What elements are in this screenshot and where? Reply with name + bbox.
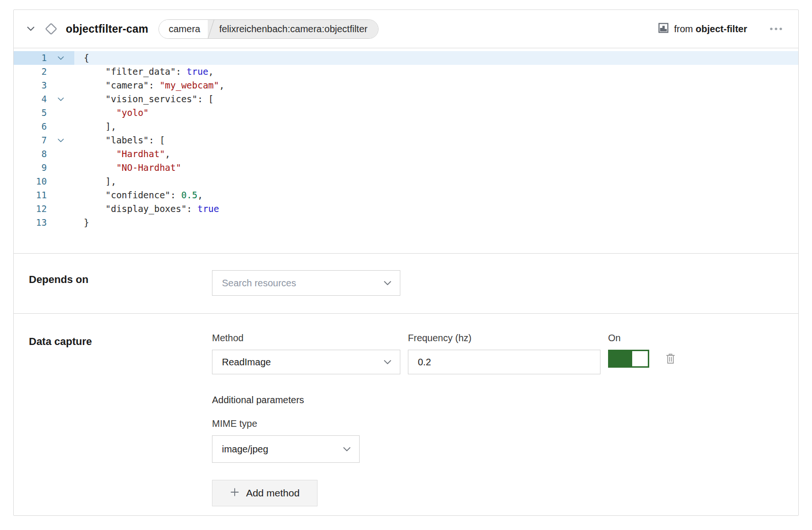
frequency-input[interactable]: 0.2 <box>408 350 600 374</box>
code-line[interactable]: } <box>74 216 798 230</box>
method-select[interactable]: ReadImage <box>212 350 400 374</box>
collapse-chevron-icon[interactable] <box>27 26 41 31</box>
editor-gutter: 13 <box>14 216 74 230</box>
add-method-button[interactable]: Add method <box>212 480 318 506</box>
editor-gutter: 9 <box>14 161 74 175</box>
component-card: objectfilter-cam camera felixreichenbach… <box>13 9 799 516</box>
fold-chevron-icon <box>47 202 74 216</box>
editor-gutter: 8 <box>14 147 74 161</box>
delete-method-trash-icon[interactable] <box>665 352 676 365</box>
mime-type-value: image/jpeg <box>222 444 268 455</box>
search-resources-placeholder: Search resources <box>222 278 296 289</box>
line-number: 13 <box>14 216 47 230</box>
editor-gutter: 6 <box>14 120 74 133</box>
mime-type-select[interactable]: image/jpeg <box>212 435 360 463</box>
code-line[interactable]: { <box>74 51 798 65</box>
fold-chevron-icon <box>47 188 74 202</box>
fold-chevron-icon <box>47 216 74 230</box>
badge-separator <box>208 20 214 38</box>
additional-parameters-label: Additional parameters <box>212 395 798 406</box>
line-number: 4 <box>14 92 47 106</box>
code-line[interactable]: "yolo" <box>74 106 798 120</box>
line-number: 8 <box>14 147 47 161</box>
badge-model-segment: felixreichenbach:camera:objectfilter <box>214 20 378 38</box>
chevron-down-icon <box>384 281 391 285</box>
data-capture-section: Data capture Method ReadImage Frequency … <box>14 314 798 515</box>
editor-gutter: 1 <box>14 51 74 65</box>
fold-chevron-icon <box>47 175 74 188</box>
capture-toggle-group: On <box>608 333 676 374</box>
editor-gutter: 11 <box>14 188 74 202</box>
toggle-label: On <box>608 333 676 344</box>
code-line[interactable]: "Hardhat", <box>74 147 798 161</box>
editor-gutter: 4 <box>14 92 74 106</box>
line-number: 5 <box>14 106 47 120</box>
line-number: 10 <box>14 175 47 188</box>
line-number: 6 <box>14 120 47 133</box>
fold-chevron-icon <box>47 79 74 92</box>
fold-chevron-icon <box>47 161 74 175</box>
fold-chevron-icon[interactable] <box>47 51 74 65</box>
code-line[interactable]: ], <box>74 120 798 133</box>
fold-chevron-icon <box>47 65 74 79</box>
frequency-group: Frequency (hz) 0.2 <box>408 333 600 374</box>
component-name-title: objectfilter-cam <box>66 23 148 35</box>
editor-line[interactable]: 9 "NO-Hardhat" <box>14 161 798 175</box>
code-line[interactable]: "confidence": 0.5, <box>74 188 798 202</box>
code-line[interactable]: "labels": [ <box>74 133 798 147</box>
data-capture-body: Method ReadImage Frequency (hz) 0.2 <box>212 314 798 515</box>
depends-on-heading: Depends on <box>29 254 212 313</box>
component-header: objectfilter-cam camera felixreichenbach… <box>14 10 798 48</box>
fold-chevron-icon <box>47 147 74 161</box>
toggle-knob <box>632 351 648 366</box>
header-right: from object-filter <box>658 23 785 35</box>
code-line[interactable]: "camera": "my_webcam", <box>74 79 798 92</box>
line-number: 2 <box>14 65 47 79</box>
editor-gutter: 3 <box>14 79 74 92</box>
editor-line[interactable]: 4 "vision_services": [ <box>14 92 798 106</box>
header-left: objectfilter-cam camera felixreichenbach… <box>27 19 379 39</box>
editor-line[interactable]: 1{ <box>14 51 798 65</box>
editor-line[interactable]: 11 "confidence": 0.5, <box>14 188 798 202</box>
editor-gutter: 5 <box>14 106 74 120</box>
data-capture-heading: Data capture <box>29 314 212 515</box>
chevron-down-icon <box>343 447 351 451</box>
editor-line[interactable]: 12 "display_boxes": true <box>14 202 798 216</box>
editor-line[interactable]: 8 "Hardhat", <box>14 147 798 161</box>
fold-chevron-icon <box>47 120 74 133</box>
capture-on-toggle[interactable] <box>608 350 649 368</box>
editor-gutter: 2 <box>14 65 74 79</box>
ellipsis-menu-icon[interactable] <box>767 24 785 34</box>
code-line[interactable]: "filter_data": true, <box>74 65 798 79</box>
editor-gutter: 10 <box>14 175 74 188</box>
fold-chevron-icon[interactable] <box>47 92 74 106</box>
editor-line[interactable]: 6 ], <box>14 120 798 133</box>
code-line[interactable]: "NO-Hardhat" <box>74 161 798 175</box>
method-group: Method ReadImage <box>212 333 400 374</box>
editor-line[interactable]: 10 ], <box>14 175 798 188</box>
camera-component-icon <box>44 22 58 36</box>
code-line[interactable]: "display_boxes": true <box>74 202 798 216</box>
chevron-down-icon <box>384 360 391 364</box>
editor-line[interactable]: 7 "labels": [ <box>14 133 798 147</box>
fold-chevron-icon <box>47 106 74 120</box>
line-number: 11 <box>14 188 47 202</box>
search-resources-select[interactable]: Search resources <box>212 270 400 296</box>
json-config-editor[interactable]: 1{2 "filter_data": true,3 "camera": "my_… <box>14 48 798 254</box>
depends-on-body: Search resources <box>212 254 798 313</box>
badge-type-segment: camera <box>159 20 208 38</box>
line-number: 3 <box>14 79 47 92</box>
line-number: 12 <box>14 202 47 216</box>
line-number: 9 <box>14 161 47 175</box>
editor-line[interactable]: 2 "filter_data": true, <box>14 65 798 79</box>
editor-gutter: 12 <box>14 202 74 216</box>
code-line[interactable]: "vision_services": [ <box>74 92 798 106</box>
editor-line[interactable]: 5 "yolo" <box>14 106 798 120</box>
capture-method-row: Method ReadImage Frequency (hz) 0.2 <box>212 314 798 374</box>
code-line[interactable]: ], <box>74 175 798 188</box>
editor-line[interactable]: 13} <box>14 216 798 230</box>
fold-chevron-icon[interactable] <box>47 133 74 147</box>
editor-line[interactable]: 3 "camera": "my_webcam", <box>14 79 798 92</box>
depends-on-section: Depends on Search resources <box>14 254 798 314</box>
add-method-label: Add method <box>246 487 300 499</box>
